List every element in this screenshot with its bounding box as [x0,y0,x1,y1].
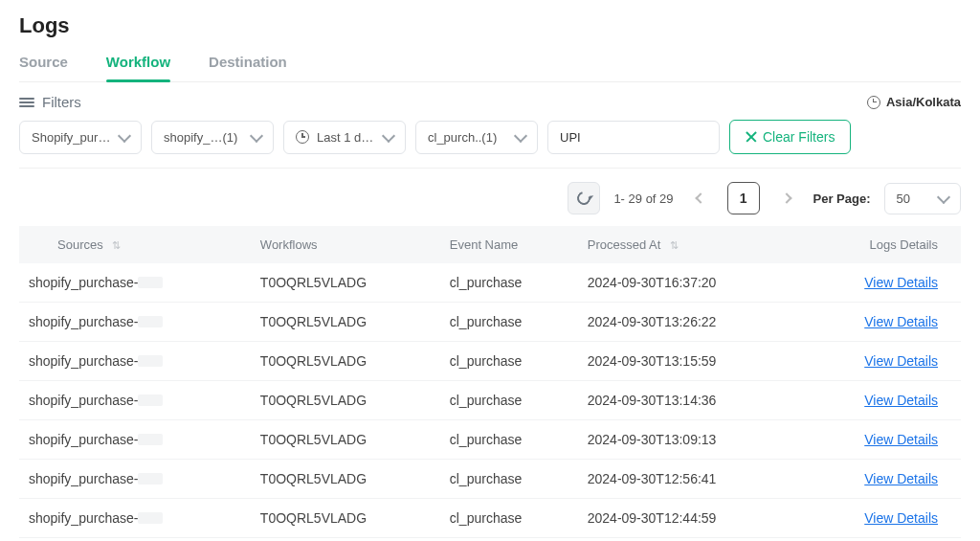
tabs: Source Workflow Destination [19,48,961,82]
cell-source: shopify_purchase- [19,499,251,538]
view-details-link[interactable]: View Details [864,471,938,486]
cell-source: shopify_purchase- [19,460,251,499]
filter-bar: Filters Asia/Kolkata Shopify_pur… shopif… [19,82,961,169]
cell-processed: 2024-09-30T12:56:41 [578,460,801,499]
chevron-left-icon [695,192,705,203]
view-details-link[interactable]: View Details [864,353,938,369]
cell-processed: 2024-09-30T13:09:13 [578,420,801,460]
cell-event: cl_purchase [440,538,578,542]
table-head-row: Sources ⇅ Workflows Event Name Processed… [19,226,961,263]
cell-event: cl_purchase [440,420,578,460]
per-page-dropdown[interactable]: 50 [884,183,961,214]
per-page-value: 50 [897,192,910,206]
date-filter-dropdown[interactable]: Last 1 d… [283,121,406,154]
tab-source[interactable]: Source [19,48,68,81]
masked-text [138,512,163,524]
cell-event: cl_purchase [440,499,578,538]
cell-processed: 2024-09-30T13:26:22 [578,303,801,342]
cell-processed: 2024-09-30T12:44:59 [578,499,801,538]
cell-processed: 2024-09-30T12:25:39 [578,538,801,542]
view-details-link[interactable]: View Details [864,314,938,329]
cell-workflow: T0OQRL5VLADG [251,381,440,420]
cell-details: View Details [801,263,961,303]
chevron-down-icon [250,128,263,142]
cell-source: shopify_purchase- [19,303,251,342]
clear-filters-button[interactable]: Clear Filters [729,120,851,154]
filters-label: Filters [19,94,81,110]
cell-event: cl_purchase [440,381,578,420]
view-details-link[interactable]: View Details [864,510,938,526]
chevron-down-icon [937,190,950,203]
cell-details: View Details [801,381,961,420]
cell-processed: 2024-09-30T13:15:59 [578,342,801,381]
sort-icon: ⇅ [670,239,679,251]
chevron-down-icon [382,128,395,142]
col-processed-label: Processed At [588,237,661,252]
masked-text [138,394,163,406]
col-event[interactable]: Event Name [440,226,578,263]
masked-text [138,473,163,485]
page-title: Logs [19,0,961,48]
cell-workflow: T0OQRL5VLADG [251,342,440,381]
cell-workflow: T0OQRL5VLADG [251,499,440,538]
cell-workflow: T0OQRL5VLADG [251,538,440,542]
masked-text [138,434,163,445]
cell-details: View Details [801,303,961,342]
cell-event: cl_purchase [440,263,578,303]
tab-workflow[interactable]: Workflow [106,48,170,81]
table-row: shopify_purchase-T0OQRL5VLADGcl_purchase… [19,460,961,499]
view-details-link[interactable]: View Details [864,275,938,290]
cell-source: shopify_purchase- [19,538,251,542]
sliders-icon [19,96,34,109]
current-page[interactable]: 1 [727,182,760,214]
table-row: shopify_purchase-T0OQRL5VLADGcl_purchase… [19,538,961,542]
cell-event: cl_purchase [440,342,578,381]
next-page-button[interactable] [773,185,800,212]
clock-icon [867,96,880,109]
col-details[interactable]: Logs Details [801,226,961,263]
cell-workflow: T0OQRL5VLADG [251,460,440,499]
source-filter-dropdown[interactable]: Shopify_pur… [19,121,142,154]
masked-text [138,355,163,367]
cell-workflow: T0OQRL5VLADG [251,420,440,460]
chevron-right-icon [781,192,791,203]
view-details-link[interactable]: View Details [864,393,938,408]
tab-destination[interactable]: Destination [209,48,287,81]
cell-source: shopify_purchase- [19,420,251,460]
cell-source: shopify_purchase- [19,342,251,381]
refresh-button[interactable] [568,182,600,214]
masked-text [138,316,163,327]
view-details-link[interactable]: View Details [864,432,938,447]
cell-event: cl_purchase [440,460,578,499]
per-page-label: Per Page: [813,192,871,206]
event-filter-dropdown[interactable]: cl_purch..(1) [415,121,538,154]
close-icon [746,131,757,143]
col-sources[interactable]: Sources ⇅ [19,226,251,263]
col-sources-label: Sources [57,237,103,252]
filters-label-text: Filters [42,94,81,110]
clear-filters-label: Clear Filters [763,129,835,145]
cell-details: View Details [801,460,961,499]
cell-source: shopify_purchase- [19,381,251,420]
event-filter-value: cl_purch..(1) [428,130,508,145]
table-row: shopify_purchase-T0OQRL5VLADGcl_purchase… [19,499,961,538]
cell-workflow: T0OQRL5VLADG [251,263,440,303]
col-workflows[interactable]: Workflows [251,226,440,263]
cell-details: View Details [801,342,961,381]
cell-processed: 2024-09-30T13:14:36 [578,381,801,420]
masked-text [138,277,163,288]
source-filter-value: Shopify_pur… [32,130,112,145]
cell-details: View Details [801,499,961,538]
cell-workflow: T0OQRL5VLADG [251,303,440,342]
date-filter-value: Last 1 d… [317,130,376,145]
table-row: shopify_purchase-T0OQRL5VLADGcl_purchase… [19,381,961,420]
timezone: Asia/Kolkata [867,95,961,109]
col-processed[interactable]: Processed At ⇅ [578,226,801,263]
table-row: shopify_purchase-T0OQRL5VLADGcl_purchase… [19,263,961,303]
search-input[interactable] [547,121,720,154]
pager-range: 1- 29 of 29 [613,192,673,206]
pager: 1- 29 of 29 1 Per Page: 50 [19,170,961,226]
workflow-filter-dropdown[interactable]: shopify_…(1) [151,121,274,154]
cell-source: shopify_purchase- [19,263,251,303]
prev-page-button[interactable] [687,185,714,212]
